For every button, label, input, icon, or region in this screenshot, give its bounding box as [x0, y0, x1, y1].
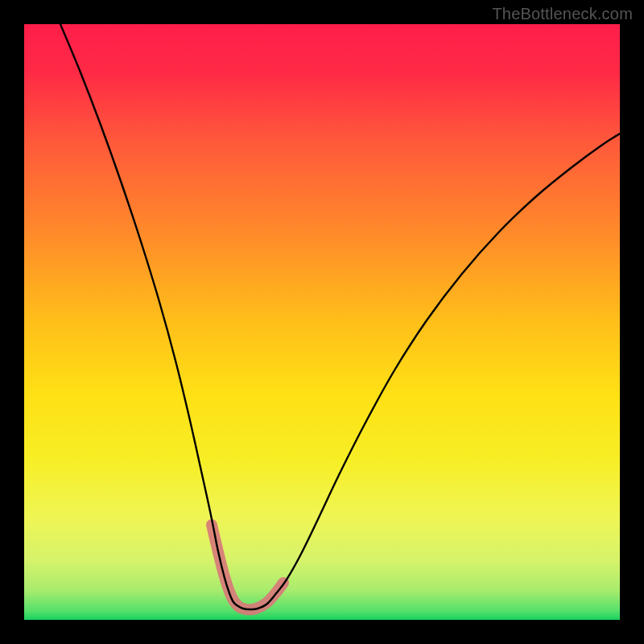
plot-area [24, 24, 620, 620]
stage: TheBottleneck.com [0, 0, 644, 644]
bottleneck-chart [24, 24, 620, 620]
watermark-text: TheBottleneck.com [492, 5, 633, 23]
gradient-background [24, 24, 620, 620]
